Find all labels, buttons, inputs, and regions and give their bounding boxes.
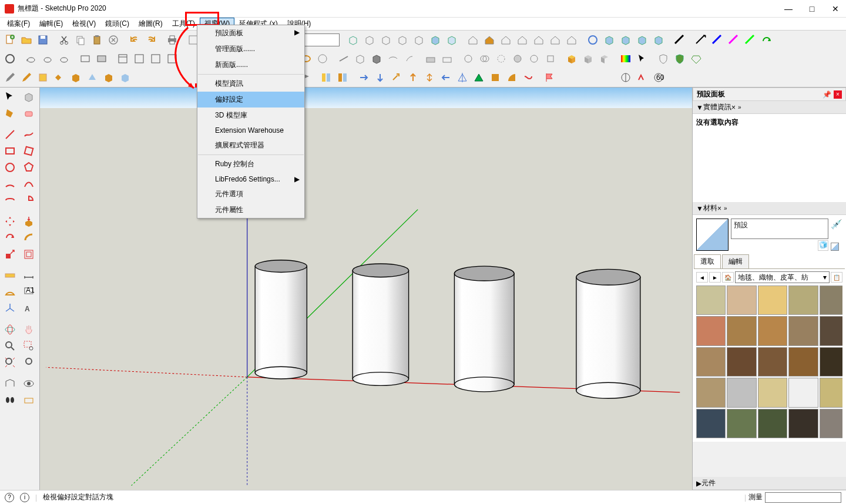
rotate-tool-icon[interactable] <box>1 230 19 246</box>
material-swatch[interactable] <box>758 316 787 345</box>
sandbox-icon[interactable] <box>439 51 455 66</box>
shape-tool-icon[interactable] <box>488 70 503 85</box>
offset-tool-icon[interactable] <box>20 246 38 263</box>
menu-item[interactable]: 工具(T) <box>167 18 200 30</box>
shape-icon[interactable] <box>85 70 100 85</box>
solid-tool-icon[interactable] <box>543 51 558 66</box>
material-swatch[interactable] <box>758 378 787 407</box>
cut-icon[interactable] <box>56 32 72 48</box>
pan-tool-icon[interactable] <box>20 321 38 338</box>
house-tool-icon[interactable] <box>531 32 546 48</box>
protractor-tool-icon[interactable] <box>1 284 19 300</box>
menu-item[interactable]: Ruby 控制台 <box>197 156 304 172</box>
material-swatch[interactable] <box>788 378 818 407</box>
circle-tool-icon[interactable] <box>1 159 19 176</box>
freehand-tool-icon[interactable] <box>20 126 38 143</box>
section-icon[interactable] <box>369 51 384 66</box>
shield-icon[interactable] <box>656 51 671 66</box>
section-icon[interactable] <box>352 51 368 66</box>
view-tool-icon[interactable] <box>602 32 617 48</box>
pencil-tool-icon[interactable] <box>2 70 18 85</box>
box-tool-icon[interactable] <box>411 32 427 48</box>
material-swatch[interactable] <box>758 347 787 377</box>
material-name-field[interactable]: 預設 <box>731 219 828 239</box>
rainbow-icon[interactable] <box>618 51 633 66</box>
menu-item[interactable]: 偏好設定 <box>197 92 304 107</box>
material-swatch[interactable] <box>696 316 726 345</box>
tray-header[interactable]: 預設面板 📌 × <box>693 88 846 101</box>
material-swatch[interactable] <box>820 316 842 345</box>
select-icon[interactable] <box>634 51 650 66</box>
delete-icon[interactable] <box>106 32 121 48</box>
arc2-tool-icon[interactable] <box>20 176 38 192</box>
material-swatch[interactable] <box>788 409 818 438</box>
component-tool-icon[interactable] <box>20 89 38 105</box>
material-swatch[interactable] <box>788 316 818 345</box>
section-icon[interactable] <box>336 51 351 66</box>
material-menu-icon[interactable]: 📋 <box>831 272 842 283</box>
shape-tool-icon[interactable] <box>504 70 519 85</box>
window-icon[interactable] <box>148 51 163 66</box>
panel-close-icon[interactable]: × <box>717 204 721 213</box>
menu-item[interactable]: LibFredo6 Settings...▶ <box>197 172 304 186</box>
arrow-tool-icon[interactable] <box>422 70 437 85</box>
pie-tool-icon[interactable] <box>20 192 38 209</box>
menu-item[interactable]: Extension Warehouse <box>197 123 304 137</box>
material-swatch[interactable] <box>727 378 756 407</box>
dimension-tool-icon[interactable] <box>20 267 38 284</box>
lookaround-icon[interactable] <box>20 375 38 392</box>
rect-tool-icon[interactable] <box>1 143 19 159</box>
zoom-prev-icon[interactable] <box>20 354 38 371</box>
panel-expand-icon[interactable]: » <box>738 104 741 110</box>
plugin-tool-icon[interactable] <box>672 32 687 48</box>
undo-icon[interactable] <box>127 32 142 48</box>
material-swatch[interactable] <box>820 409 842 438</box>
box-tool-icon[interactable] <box>395 32 410 48</box>
box-tool-icon[interactable] <box>428 32 443 48</box>
material-create-icon[interactable]: 🧊 <box>818 240 828 251</box>
teapot-icon[interactable] <box>24 51 39 66</box>
minimize-button[interactable]: — <box>783 4 794 14</box>
nav-fwd-icon[interactable]: ► <box>709 272 721 283</box>
material-swatch[interactable] <box>727 347 756 377</box>
panel-expand-icon[interactable]: » <box>724 205 727 211</box>
solid-tool-icon[interactable] <box>461 51 476 66</box>
pushpull-tool-icon[interactable] <box>20 213 38 230</box>
box-tool-icon[interactable] <box>345 32 361 48</box>
flip-tool-icon[interactable] <box>335 70 350 85</box>
arc3-tool-icon[interactable] <box>1 192 19 209</box>
menu-item[interactable]: 模型資訊 <box>197 76 304 92</box>
tray-pin-icon[interactable]: 📌 <box>822 90 831 99</box>
line-tool-icon[interactable] <box>1 126 19 143</box>
arrow-tool-icon[interactable] <box>389 70 404 85</box>
print-icon[interactable] <box>164 32 180 48</box>
material-swatch[interactable] <box>727 285 756 315</box>
solid-tool-icon[interactable] <box>510 51 525 66</box>
components-header[interactable]: ▶ 元件 <box>693 477 846 490</box>
materials-header[interactable]: ▼ 材料 × » <box>693 202 846 215</box>
material-swatch[interactable] <box>696 378 726 407</box>
material-swatch[interactable] <box>820 285 842 315</box>
menu-item[interactable]: 檔案(F) <box>2 18 35 30</box>
default-material-icon[interactable] <box>831 243 839 251</box>
shape-icon[interactable] <box>101 70 116 85</box>
solid-tool-icon[interactable] <box>526 51 542 66</box>
material-swatch[interactable] <box>820 378 842 407</box>
arrow-tool-icon[interactable] <box>405 70 421 85</box>
paint-tool-icon[interactable] <box>1 105 19 122</box>
menu-item[interactable]: 新面版...... <box>197 57 304 73</box>
menu-item[interactable]: 3D 模型庫 <box>197 107 304 123</box>
menu-item[interactable]: 元件屬性 <box>197 202 304 218</box>
material-swatch[interactable] <box>727 316 756 345</box>
circle-tool-icon[interactable] <box>2 51 18 66</box>
render-icon[interactable] <box>94 51 109 66</box>
solid-tool-icon[interactable] <box>477 51 492 66</box>
mirror-tool-icon[interactable] <box>471 70 486 85</box>
dimension-tool-icon[interactable] <box>618 70 633 85</box>
view-tool-icon[interactable] <box>618 32 633 48</box>
arrow-tool-icon[interactable] <box>372 70 388 85</box>
save-file-icon[interactable] <box>35 32 51 48</box>
material-swatch[interactable] <box>758 409 787 438</box>
tape-tool-icon[interactable] <box>1 267 19 284</box>
zoom-window-icon[interactable] <box>20 338 38 354</box>
